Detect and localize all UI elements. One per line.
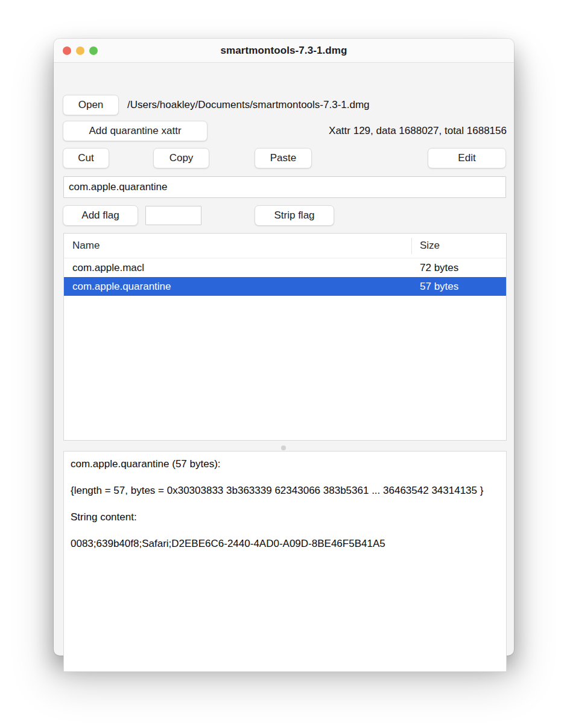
table-row[interactable]: com.apple.macl72 bytes [64,258,506,277]
titlebar[interactable]: smartmontools-7.3-1.dmg [54,39,514,63]
column-divider[interactable] [411,238,412,254]
cut-button[interactable]: Cut [63,148,109,168]
xattr-table-header[interactable]: Name Size [64,234,506,258]
paste-button[interactable]: Paste [255,148,312,168]
zoom-window-icon[interactable] [89,46,98,55]
detail-text-line: String content: [71,511,499,524]
window-content: Open /Users/hoakley/Documents/smartmonto… [54,63,514,655]
file-path-label: /Users/hoakley/Documents/smartmontools-7… [127,95,370,115]
xattr-table-body: com.apple.macl72 bytescom.apple.quaranti… [64,258,506,296]
xattr-size-cell[interactable]: 72 bytes [420,262,458,274]
app-window: smartmontools-7.3-1.dmg Open /Users/hoak… [54,39,514,656]
column-header-name[interactable]: Name [72,240,100,252]
xattr-name-cell[interactable]: com.apple.quarantine [72,281,171,293]
xattr-name-cell[interactable]: com.apple.macl [72,262,144,274]
add-flag-button[interactable]: Add flag [63,205,138,226]
xattr-size-cell[interactable]: 57 bytes [420,281,458,293]
close-window-icon[interactable] [63,46,71,55]
add-quarantine-xattr-button[interactable]: Add quarantine xattr [63,121,207,141]
window-title: smartmontools-7.3-1.dmg [220,45,347,57]
detail-text-line: {length = 57, bytes = 0x30303833 3b36333… [71,484,499,497]
xattr-table: Name Size com.apple.macl72 bytescom.appl… [63,233,507,441]
xattr-name-input[interactable] [63,176,506,198]
traffic-lights [63,46,98,55]
edit-button[interactable]: Edit [428,148,506,168]
flag-input[interactable] [145,206,201,225]
strip-flag-button[interactable]: Strip flag [255,205,334,226]
detail-text-line [71,471,499,484]
column-header-size[interactable]: Size [420,240,440,252]
open-button[interactable]: Open [63,95,119,115]
detail-text-line: com.apple.quarantine (57 bytes): [71,458,499,471]
detail-text-line: 0083;639b40f8;Safari;D2EBE6C6-2440-4AD0-… [71,537,499,551]
table-row[interactable]: com.apple.quarantine57 bytes [64,277,506,296]
xattr-stats-label: Xattr 129, data 1688027, total 1688156 [329,121,507,141]
xattr-detail-panel[interactable]: com.apple.quarantine (57 bytes):{length … [63,451,507,672]
detail-text-line [71,524,499,537]
copy-button[interactable]: Copy [153,148,209,168]
minimize-window-icon[interactable] [76,46,84,55]
splitter-handle[interactable] [281,445,286,450]
detail-text-line [71,497,499,511]
